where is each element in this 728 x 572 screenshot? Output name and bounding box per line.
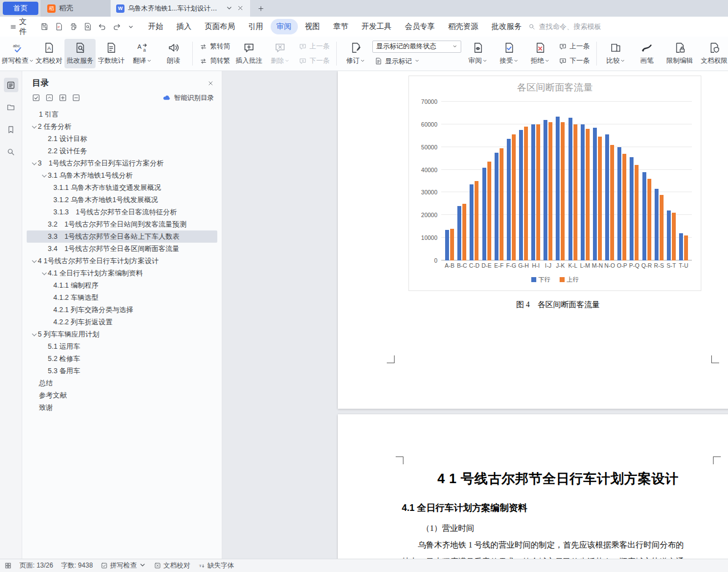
quick-access-more-icon[interactable] <box>124 20 138 33</box>
insert-comment-button[interactable]: 插入批注 <box>233 39 265 68</box>
menu-tab[interactable]: 稻壳资源 <box>442 19 485 34</box>
proofread-toggle[interactable]: 文档校对 <box>154 561 190 570</box>
toc-item[interactable]: 3.1.2 乌鲁木齐地铁1号线发展概况 <box>27 194 217 206</box>
toc-item[interactable]: 3 1号线古尔邦节全日列车运行方案分析 <box>27 157 217 169</box>
word-count-button[interactable]: 字数统计 <box>96 39 127 68</box>
document-area[interactable]: 各区间断面客流量 0100002000030000400005000060000… <box>222 71 728 559</box>
menu-tab[interactable]: 批改服务 <box>486 19 528 34</box>
reject-button[interactable]: 拒绝 <box>525 39 556 68</box>
toc-panel-button[interactable] <box>4 78 18 92</box>
mark-state-select[interactable]: 显示标记的最终状态 <box>372 41 461 53</box>
menu-tab[interactable]: 开发工具 <box>356 19 398 34</box>
file-menu-button[interactable]: 文件 <box>6 14 36 39</box>
smart-recognize-toc-button[interactable]: 智能识别目录 <box>162 93 214 103</box>
toc-item[interactable]: 总结 <box>27 377 217 389</box>
word-count-indicator[interactable]: 字数: 9438 <box>61 561 93 570</box>
prev-revision-button[interactable]: 上一条 <box>557 41 592 52</box>
trad-to-simp-button[interactable]: 繁转简 <box>197 41 232 52</box>
delete-comment-button[interactable]: 删除 <box>265 39 296 68</box>
menu-tab[interactable]: 审阅 <box>271 19 298 34</box>
toc-item[interactable]: 5.3 备用车 <box>27 365 217 377</box>
toc-item[interactable]: 4.2.1 列车交路分类与选择 <box>27 304 217 316</box>
menu-tab[interactable]: 章节 <box>327 19 355 34</box>
toc-item[interactable]: 4.1 全日行车计划方案编制资料 <box>27 267 217 279</box>
toc-item[interactable]: 4.1.1 编制程序 <box>27 279 217 292</box>
export-pdf-button[interactable] <box>52 20 66 33</box>
spellcheck-toggle[interactable]: 拼写检查 <box>101 561 146 570</box>
review-button[interactable]: 审阅 <box>462 39 493 68</box>
document-tab[interactable]: W 乌鲁木齐地铁1...车计划设计方案 <box>111 0 250 17</box>
search-panel-button[interactable] <box>4 144 18 159</box>
redo-button[interactable] <box>110 20 123 33</box>
chevron-down-icon[interactable] <box>30 125 38 128</box>
bookmark-panel-button[interactable] <box>4 122 18 137</box>
toc-item[interactable]: 2.2 设计任务 <box>27 145 217 157</box>
docer-tab[interactable]: 稻 稻壳 <box>41 0 111 17</box>
menu-tab[interactable]: 视图 <box>299 19 326 34</box>
toc-expand-button[interactable] <box>58 93 68 103</box>
toc-checkbox-button[interactable] <box>31 93 41 103</box>
toc-collapse-all-button[interactable] <box>44 93 54 103</box>
new-tab-button[interactable] <box>253 1 268 16</box>
menu-tab[interactable]: 开始 <box>142 19 169 34</box>
save-button[interactable] <box>38 20 51 33</box>
read-aloud-button[interactable]: 朗读 <box>158 39 189 68</box>
doc-permission-button[interactable]: 文档权限 <box>697 39 728 68</box>
menu-tab[interactable]: 页面布局 <box>199 19 241 34</box>
print-button[interactable] <box>67 20 80 33</box>
missing-font-indicator[interactable]: 缺失字体 <box>198 561 234 570</box>
toc-item[interactable]: 3.2 1号线古尔邦节全日站间到发客流量预测 <box>27 218 217 230</box>
menu-tab[interactable]: 插入 <box>171 19 198 34</box>
toc-item[interactable]: 1 引言 <box>27 108 217 121</box>
accept-button[interactable]: 接受 <box>493 39 525 68</box>
toc-item[interactable]: 5.2 检修车 <box>27 353 217 365</box>
toc-item[interactable]: 5.1 运用车 <box>27 340 217 353</box>
pen-button[interactable]: 画笔 <box>631 39 662 68</box>
chevron-down-icon[interactable] <box>30 259 38 263</box>
document-page-14[interactable]: 4 1 号线古尔邦节全日行车计划方案设计 4.1 全日行车计划方案编制资料 （1… <box>338 414 728 559</box>
restrict-edit-button[interactable]: 限制编辑 <box>662 39 697 68</box>
tab-close-icon[interactable] <box>237 4 245 12</box>
print-preview-button[interactable] <box>81 20 94 33</box>
toc-item[interactable]: 3.3 1号线古尔邦节全日各站上下车人数表 <box>27 230 217 243</box>
proofread-button[interactable]: 文档校对 <box>33 39 64 68</box>
toc-item[interactable]: 3.1 乌鲁木齐地铁1号线分析 <box>27 169 217 182</box>
toc-item[interactable]: 2.1 设计目标 <box>27 133 217 145</box>
toc-item[interactable]: 4 1号线古尔邦节全日行车计划方案设计 <box>27 255 217 267</box>
revise-button[interactable]: 修订 <box>340 39 371 68</box>
chevron-down-icon[interactable] <box>30 162 38 165</box>
folder-panel-button[interactable] <box>4 100 18 114</box>
spellcheck-button[interactable]: 拼写检查 <box>2 39 33 68</box>
correction-service-button[interactable]: 批改服务 <box>64 39 96 68</box>
page-layout-icon[interactable] <box>4 562 12 569</box>
toc-close-icon[interactable] <box>207 80 214 87</box>
chevron-down-icon[interactable] <box>40 174 48 177</box>
toc-item[interactable]: 3.1.3 1号线古尔邦节全日客流特征分析 <box>27 206 217 218</box>
toc-item[interactable]: 5 列车车辆应用计划 <box>27 328 217 340</box>
menu-tab[interactable]: 会员专享 <box>399 19 441 34</box>
command-search[interactable]: 查找命令、搜索模板 <box>528 22 602 32</box>
compare-button[interactable]: 比较 <box>600 39 631 68</box>
prev-comment-button[interactable]: 上一条 <box>297 41 332 52</box>
toc-item[interactable]: 致谢 <box>27 402 217 414</box>
chevron-down-icon[interactable] <box>40 272 48 275</box>
next-revision-button[interactable]: 下一条 <box>557 55 592 67</box>
chevron-down-icon[interactable] <box>30 333 38 336</box>
menu-tab[interactable]: 引用 <box>242 19 270 34</box>
tab-chevron-down-icon[interactable] <box>226 4 233 12</box>
document-page-13[interactable]: 各区间断面客流量 0100002000030000400005000060000… <box>338 71 728 409</box>
next-comment-button[interactable]: 下一条 <box>297 55 332 67</box>
toc-item[interactable]: 3.4 1号线古尔邦节全日各区间断面客流量 <box>27 243 217 255</box>
toc-item[interactable]: 4.1.2 车辆选型 <box>27 292 217 304</box>
toc-item[interactable]: 3.1.1 乌鲁木齐市轨道交通发展概况 <box>27 182 217 194</box>
toc-item[interactable]: 4.2.2 列车折返设置 <box>27 316 217 328</box>
toc-collapse-button[interactable] <box>71 93 81 103</box>
home-tab[interactable]: 首页 <box>3 2 38 15</box>
translate-button[interactable]: 翻译 <box>127 39 158 68</box>
simp-to-trad-button[interactable]: 简转繁 <box>197 55 232 67</box>
toc-item[interactable]: 2 任务分析 <box>27 121 217 133</box>
toc-item[interactable]: 参考文献 <box>27 389 217 402</box>
section-flow-chart[interactable]: 各区间断面客流量 0100002000030000400005000060000… <box>408 76 701 291</box>
show-marks-button[interactable]: 显示标记 <box>372 56 461 67</box>
undo-button[interactable] <box>96 20 109 33</box>
